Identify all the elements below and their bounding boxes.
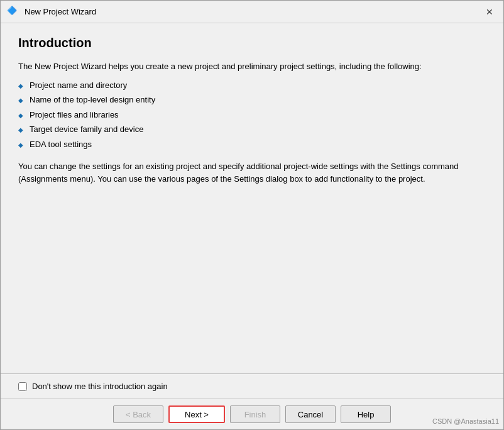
intro-opening: The New Project Wizard helps you create … [18, 60, 486, 73]
bullet-diamond-1: ◆ [18, 81, 23, 91]
bullet-text-4: Target device family and device [30, 123, 143, 136]
list-item: ◆ Target device family and device [18, 123, 486, 136]
page-heading: Introduction [18, 36, 486, 50]
title-bar: 🔷 New Project Wizard ✕ [1, 1, 503, 23]
close-button[interactable]: ✕ [482, 4, 497, 19]
wizard-window: 🔷 New Project Wizard ✕ Introduction The … [0, 0, 504, 430]
bullet-text-2: Name of the top-level design entity [30, 94, 155, 106]
back-button[interactable]: < Back [113, 405, 163, 423]
content-area: Introduction The New Project Wizard help… [1, 23, 503, 373]
bullet-list: ◆ Project name and directory ◆ Name of t… [18, 79, 486, 151]
footer: Don't show me this introduction again < … [1, 373, 503, 429]
window-title: New Project Wizard [25, 7, 96, 16]
bullet-text-3: Project files and libraries [30, 109, 119, 121]
bullet-diamond-2: ◆ [18, 96, 23, 105]
cancel-button[interactable]: Cancel [285, 405, 336, 423]
bullet-diamond-5: ◆ [18, 140, 23, 150]
bullet-text-1: Project name and directory [30, 79, 127, 92]
list-item: ◆ Project name and directory [18, 79, 486, 92]
list-item: ◆ EDA tool settings [18, 138, 486, 151]
dont-show-checkbox[interactable] [18, 382, 27, 391]
next-button[interactable]: Next > [168, 405, 225, 423]
bullet-text-5: EDA tool settings [30, 138, 92, 151]
watermark: CSDN @Anastasia11 [432, 417, 499, 425]
finish-button[interactable]: Finish [230, 405, 280, 423]
wizard-icon: 🔷 [7, 6, 19, 18]
bullet-diamond-3: ◆ [18, 111, 23, 120]
list-item: ◆ Project files and libraries [18, 109, 486, 121]
checkbox-row: Don't show me this introduction again [1, 374, 503, 399]
dont-show-label[interactable]: Don't show me this introduction again [32, 382, 168, 391]
help-button[interactable]: Help [341, 405, 391, 423]
list-item: ◆ Name of the top-level design entity [18, 94, 486, 106]
intro-closing: You can change the settings for an exist… [18, 160, 486, 185]
button-row: < Back Next > Finish Cancel Help [1, 399, 503, 429]
title-bar-left: 🔷 New Project Wizard [7, 6, 96, 18]
bullet-diamond-4: ◆ [18, 125, 23, 135]
